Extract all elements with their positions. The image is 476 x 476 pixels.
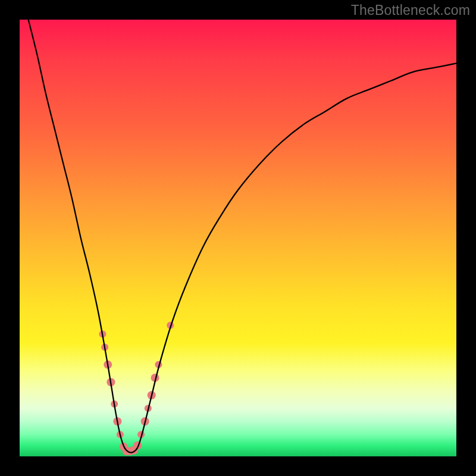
chart-svg [20,20,456,456]
plot-area [20,20,456,456]
chart-frame: TheBottleneck.com [0,0,476,476]
markers-layer [99,322,174,455]
bottleneck-curve [29,20,456,453]
watermark-text: TheBottleneck.com [351,2,470,18]
